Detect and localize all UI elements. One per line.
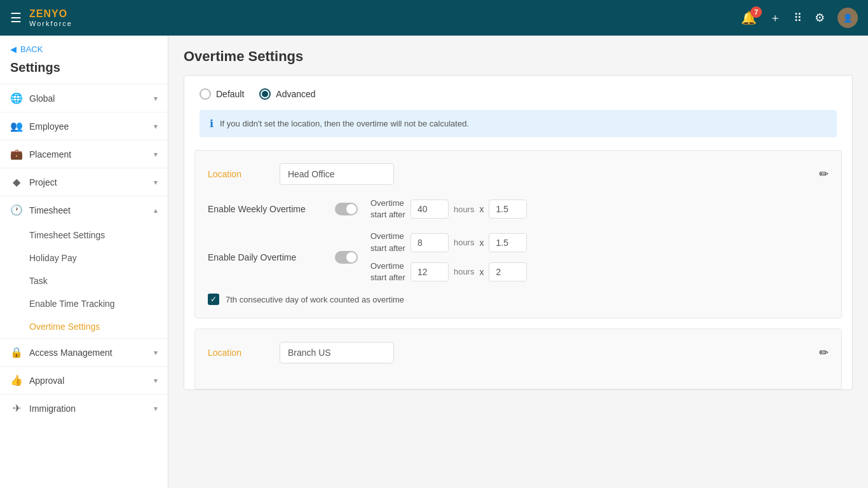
weekly-rate-input[interactable] [489,200,527,219]
sidebar-subitem-overtime-settings[interactable]: Overtime Settings [0,315,168,338]
location1-select[interactable]: Head Office Branch US [280,163,394,185]
chevron-down-icon: ▾ [154,404,158,413]
timesheet-icon: 🕐 [10,204,23,216]
logo: ZENYO Workforce [29,8,72,27]
topnav-right: 🔔 7 ＋ ⠿ ⚙ 👤 [741,8,858,28]
weekly-overtime-row: Enable Weekly Overtime Overtimestart aft… [208,198,829,220]
weekly-overtime-start-label: Overtimestart after [370,198,405,220]
daily-rate1-input[interactable] [489,233,527,252]
consecutive-day-row: ✓ 7th consecutive day of work counted as… [208,294,829,305]
chevron-down-icon: ▾ [154,150,158,159]
sidebar-item-immigration-label: Immigration [29,403,76,414]
sidebar-item-immigration[interactable]: ✈ Immigration ▾ [0,394,168,422]
daily-hours1-unit: hours [454,238,475,247]
page-title: Overtime Settings [184,48,853,65]
chevron-down-icon: ▾ [154,122,158,131]
back-button[interactable]: ◀ BACK [0,36,168,58]
location2-header: Location Head Office Branch US ✏ [208,342,829,363]
daily-overtime-row: Enable Daily Overtime Overtimestart afte… [208,231,829,283]
sidebar-subitem-timesheet-settings[interactable]: Timesheet Settings [0,224,168,247]
location2-select[interactable]: Head Office Branch US [280,342,394,363]
immigration-icon: ✈ [10,402,23,414]
employee-icon: 👥 [10,120,23,132]
location1-header: Location Head Office Branch US ✏ [208,163,829,185]
chevron-down-icon: ▾ [154,178,158,187]
sidebar-item-access-label: Access Management [29,348,112,358]
daily-overtime-label: Enable Daily Overtime [208,252,322,262]
chevron-down-icon: ▾ [154,376,158,385]
chevron-up-icon: ▴ [154,206,158,215]
daily-hours2-input[interactable] [410,262,449,281]
sidebar-subitem-holiday-pay[interactable]: Holiday Pay [0,247,168,269]
sidebar-item-employee-label: Employee [29,121,69,132]
daily-overtime-right: Overtimestart after hours x Overtimestar… [370,231,527,283]
avatar[interactable]: 👤 [837,8,858,28]
grid-icon[interactable]: ⠿ [794,11,802,25]
daily-hours2-unit: hours [454,267,475,276]
topnav: ☰ ZENYO Workforce 🔔 7 ＋ ⠿ ⚙ 👤 [0,0,868,36]
radio-default-circle[interactable] [200,88,211,100]
sidebar-subitem-task[interactable]: Task [0,269,168,292]
radio-advanced-label: Advanced [276,89,315,99]
sidebar-item-project-label: Project [29,177,57,187]
approval-icon: 👍 [10,374,23,386]
weekly-overtime-label: Enable Weekly Overtime [208,204,322,214]
project-icon: ◆ [10,176,23,188]
global-icon: 🌐 [10,92,23,104]
location2-edit-icon[interactable]: ✏ [819,346,829,360]
sidebar-item-project[interactable]: ◆ Project ▾ [0,168,168,196]
back-label: BACK [20,44,43,54]
info-icon: ℹ [210,118,214,130]
hamburger-icon[interactable]: ☰ [10,10,22,25]
radio-default-label: Default [216,89,244,99]
sidebar-item-access-management[interactable]: 🔒 Access Management ▾ [0,338,168,366]
sidebar: ◀ BACK Settings 🌐 Global ▾ 👥 Employee ▾ … [0,36,168,488]
layout: ◀ BACK Settings 🌐 Global ▾ 👥 Employee ▾ … [0,36,868,488]
location2-section: Location Head Office Branch US ✏ [194,329,842,390]
location2-label: Location [208,348,241,358]
daily-toggle[interactable] [335,251,358,264]
location1-section: Location Head Office Branch US ✏ Enable … [194,150,842,318]
placement-icon: 💼 [10,148,23,160]
weekly-hours-unit: hours [454,205,475,214]
daily-multiply2: x [479,267,484,277]
sidebar-item-timesheet-label: Timesheet [29,205,71,215]
notification-badge: 7 [750,6,762,18]
radio-row: Default Advanced [184,76,852,110]
daily-overtime-start-label2: Overtimestart after [370,261,405,283]
bell-wrapper[interactable]: 🔔 7 [741,10,757,25]
weekly-overtime-right: Overtimestart after hours x [370,198,527,220]
topnav-left: ☰ ZENYO Workforce [10,8,72,27]
sidebar-item-employee[interactable]: 👥 Employee ▾ [0,112,168,140]
add-icon[interactable]: ＋ [770,10,781,25]
consecutive-day-label: 7th consecutive day of work counted as o… [226,295,404,304]
settings-icon[interactable]: ⚙ [815,11,825,25]
sidebar-item-timesheet[interactable]: 🕐 Timesheet ▴ [0,196,168,224]
radio-advanced[interactable]: Advanced [259,88,315,100]
check-icon: ✓ [210,295,217,304]
chevron-down-icon: ▾ [154,348,158,357]
daily-multiply1: x [479,238,484,248]
location1-label: Location [208,169,241,179]
sidebar-title: Settings [0,58,168,84]
sidebar-item-placement-label: Placement [29,149,71,159]
sidebar-item-placement[interactable]: 💼 Placement ▾ [0,140,168,168]
sidebar-item-approval-label: Approval [29,376,64,386]
sidebar-item-global[interactable]: 🌐 Global ▾ [0,84,168,112]
back-chevron-icon: ◀ [10,44,17,54]
sidebar-subitem-enable-time-tracking[interactable]: Enable Time Tracking [0,292,168,315]
radio-advanced-circle[interactable] [259,88,271,100]
daily-rate2-input[interactable] [489,262,527,281]
radio-default[interactable]: Default [200,88,244,100]
info-box: ℹ If you didn't set the location, then t… [200,110,837,137]
weekly-hours-input[interactable] [410,200,449,219]
logo-top: ZENYO [29,8,72,20]
daily-hours1-input[interactable] [410,233,449,252]
sidebar-item-global-label: Global [29,93,55,104]
weekly-toggle[interactable] [335,203,358,215]
info-message: If you didn't set the location, then the… [220,119,469,128]
consecutive-day-checkbox[interactable]: ✓ [208,294,219,305]
location1-edit-icon[interactable]: ✏ [819,167,829,181]
sidebar-item-approval[interactable]: 👍 Approval ▾ [0,366,168,394]
main-content: Overtime Settings Default Advanced ℹ If … [168,36,868,488]
